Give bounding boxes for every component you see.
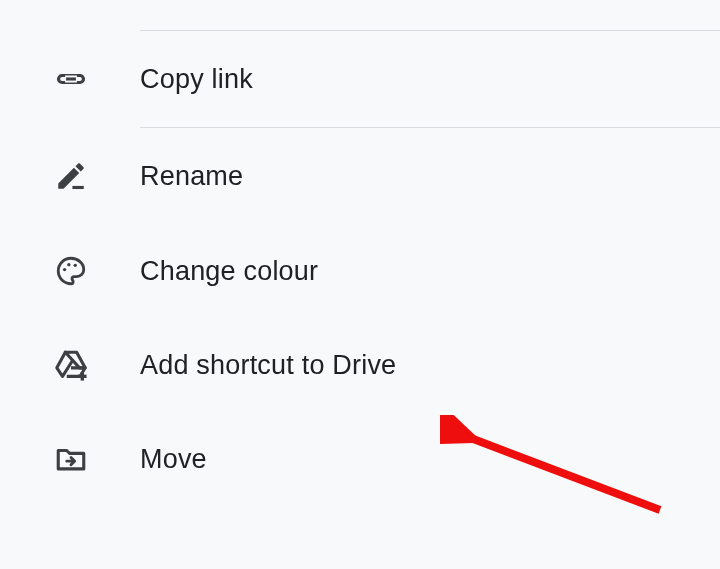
- palette-icon: [54, 254, 88, 288]
- icon-wrapper: [0, 159, 140, 193]
- icon-wrapper: [0, 62, 140, 96]
- copy-link-item[interactable]: Copy link: [0, 31, 720, 127]
- pencil-icon: [54, 159, 88, 193]
- svg-point-6: [74, 264, 77, 267]
- menu-item-label: Move: [140, 444, 207, 475]
- icon-wrapper: [0, 254, 140, 288]
- folder-move-icon: [54, 442, 88, 476]
- menu-item-label: Copy link: [140, 64, 253, 95]
- change-colour-item[interactable]: Change colour: [0, 224, 720, 318]
- rename-item[interactable]: Rename: [0, 128, 720, 224]
- move-item[interactable]: Move: [0, 412, 720, 506]
- menu-item-label: Rename: [140, 161, 243, 192]
- menu-item-label: Add shortcut to Drive: [140, 350, 396, 381]
- svg-point-4: [63, 268, 66, 271]
- context-menu: Copy link Rename Change: [0, 30, 720, 506]
- svg-rect-3: [72, 186, 83, 189]
- icon-wrapper: [0, 348, 140, 382]
- menu-item-label: Change colour: [140, 256, 318, 287]
- drive-shortcut-icon: [54, 348, 88, 382]
- icon-wrapper: [0, 442, 140, 476]
- add-shortcut-item[interactable]: Add shortcut to Drive: [0, 318, 720, 412]
- link-icon: [54, 62, 88, 96]
- svg-point-5: [67, 263, 70, 266]
